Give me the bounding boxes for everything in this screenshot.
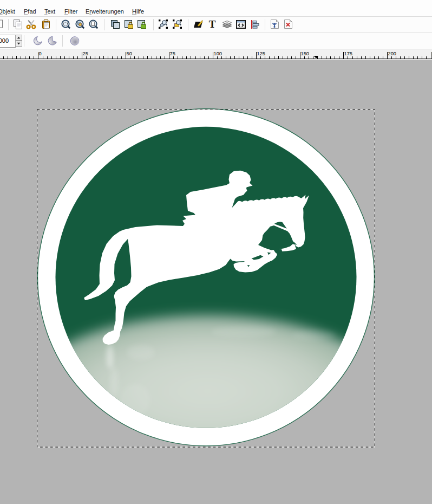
svg-text:75: 75: [170, 51, 175, 56]
svg-text:200: 200: [388, 51, 397, 56]
svg-text:50: 50: [127, 51, 132, 56]
svg-text:100: 100: [214, 51, 222, 56]
svg-text:0: 0: [39, 51, 42, 56]
svg-text:150: 150: [301, 51, 310, 56]
svg-text:25: 25: [83, 51, 88, 56]
svg-text:175: 175: [344, 51, 353, 56]
svg-text:T: T: [209, 20, 216, 29]
svg-text:125: 125: [257, 51, 266, 56]
